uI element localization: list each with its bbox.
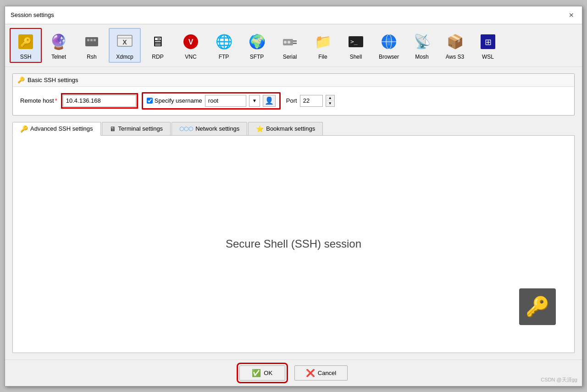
title-bar: Session settings ✕: [5, 6, 582, 24]
port-input[interactable]: [300, 95, 323, 107]
svg-rect-12: [293, 40, 297, 42]
remote-host-input[interactable]: [63, 95, 136, 107]
ftp-label: FTP: [219, 54, 229, 60]
port-label: Port: [286, 97, 297, 104]
network-tab-icon: ⬡⬡⬡: [179, 126, 193, 132]
username-dropdown-btn[interactable]: ▼: [249, 95, 260, 107]
port-group: Port ▲ ▼: [286, 95, 335, 107]
terminal-tab-label: Terminal settings: [118, 125, 163, 132]
port-increment-btn[interactable]: ▲: [326, 95, 334, 101]
ok-button[interactable]: ✅ OK: [239, 365, 285, 381]
protocol-ssh[interactable]: 🔑 SSH: [10, 28, 42, 63]
serial-icon: [279, 31, 301, 53]
browser-icon: [378, 31, 400, 53]
basic-ssh-title: Basic SSH settings: [28, 77, 78, 83]
vnc-label: VNC: [185, 54, 196, 60]
specify-username-checkbox[interactable]: [147, 98, 153, 104]
protocol-rdp[interactable]: 🖥 RDP: [142, 28, 174, 63]
session-settings-dialog: Session settings ✕ 🔑 SSH 🔮 Telnet: [5, 6, 582, 386]
svg-text:🔑: 🔑: [20, 37, 32, 48]
watermark: CSDN @天涯gg: [541, 376, 577, 383]
svg-rect-5: [94, 39, 96, 41]
terminal-tab-icon: 🖥: [110, 125, 116, 133]
specify-username-group: Specify username ▼ 👤: [142, 92, 281, 110]
shell-label: Shell: [350, 54, 362, 60]
protocol-mosh[interactable]: 📡 Mosh: [406, 28, 438, 63]
cancel-button[interactable]: ❌ Cancel: [294, 365, 348, 381]
ssh-label: SSH: [20, 54, 32, 60]
port-decrement-btn[interactable]: ▼: [326, 101, 334, 106]
mosh-label: Mosh: [415, 54, 428, 60]
dialog-title: Session settings: [11, 11, 54, 18]
protocol-ftp[interactable]: 🌐 FTP: [208, 28, 240, 63]
tab-terminal[interactable]: 🖥 Terminal settings: [102, 122, 171, 135]
tab-advanced-ssh[interactable]: 🔑 Advanced SSH settings: [12, 122, 101, 136]
basic-ssh-icon: 🔑: [17, 77, 25, 83]
svg-rect-3: [87, 39, 89, 41]
protocol-awss3[interactable]: 📦 Aws S3: [439, 28, 471, 63]
svg-text:X: X: [122, 39, 127, 46]
svg-text:V: V: [188, 38, 194, 46]
close-button[interactable]: ✕: [566, 10, 576, 20]
rdp-label: RDP: [152, 54, 163, 60]
bookmark-tab-label: Bookmark settings: [266, 125, 315, 132]
svg-text:⊞: ⊞: [485, 38, 492, 47]
protocol-telnet[interactable]: 🔮 Telnet: [43, 28, 75, 63]
wsl-label: WSL: [482, 54, 494, 60]
network-tab-label: Network settings: [195, 125, 239, 132]
rsh-icon: [81, 31, 103, 53]
ok-label: OK: [264, 370, 272, 376]
cancel-label: Cancel: [318, 370, 336, 376]
protocol-shell[interactable]: >_ Shell: [340, 28, 372, 63]
file-icon: 📁: [312, 31, 334, 53]
svg-point-15: [288, 41, 290, 44]
bookmark-tab-icon: ⭐: [256, 125, 264, 133]
remote-host-label: Remote host*: [20, 97, 57, 104]
xdmcp-icon: X: [114, 31, 136, 53]
basic-ssh-form-row: Remote host* Specify username ▼ 👤 Port: [20, 92, 567, 110]
telnet-icon: 🔮: [48, 31, 70, 53]
svg-rect-2: [85, 37, 98, 46]
basic-ssh-body: Remote host* Specify username ▼ 👤 Port: [13, 87, 574, 115]
protocol-browser[interactable]: Browser: [373, 28, 405, 63]
protocol-wsl[interactable]: ⊞ WSL: [472, 28, 504, 63]
basic-ssh-header: 🔑 Basic SSH settings: [13, 74, 574, 87]
wsl-icon: ⊞: [477, 31, 499, 53]
bottom-action-bar: ✅ OK ❌ Cancel: [5, 359, 582, 386]
awss3-icon: 📦: [444, 31, 466, 53]
user-icon-button[interactable]: 👤: [263, 95, 276, 107]
svg-rect-4: [90, 39, 93, 41]
specify-username-checkbox-label[interactable]: Specify username: [147, 97, 202, 104]
basic-ssh-section: 🔑 Basic SSH settings Remote host* Specif…: [12, 73, 575, 116]
key-emoji: 🔑: [526, 295, 549, 318]
file-label: File: [318, 54, 327, 60]
mosh-icon: 📡: [411, 31, 433, 53]
advanced-ssh-tab-icon: 🔑: [20, 125, 28, 133]
protocol-xdmcp[interactable]: X Xdmcp: [109, 28, 141, 63]
rsh-label: Rsh: [87, 54, 96, 60]
advanced-ssh-tab-label: Advanced SSH settings: [30, 125, 93, 132]
protocol-rsh[interactable]: Rsh: [76, 28, 108, 63]
tab-network[interactable]: ⬡⬡⬡ Network settings: [172, 122, 247, 135]
tab-content-area: Secure Shell (SSH) session 🔑: [12, 136, 575, 353]
ssh-icon: 🔑: [15, 31, 37, 53]
cancel-icon: ❌: [306, 369, 315, 377]
protocol-serial[interactable]: Serial: [274, 28, 306, 63]
specify-username-label: Specify username: [155, 97, 202, 104]
protocol-sftp[interactable]: 🌍 SFTP: [241, 28, 273, 63]
main-content: 🔑 Basic SSH settings Remote host* Specif…: [5, 67, 582, 359]
ftp-icon: 🌐: [213, 31, 235, 53]
sftp-label: SFTP: [250, 54, 264, 60]
vnc-icon: V: [180, 31, 202, 53]
protocol-file[interactable]: 📁 File: [307, 28, 339, 63]
advanced-tabs-section: 🔑 Advanced SSH settings 🖥 Terminal setti…: [12, 122, 575, 353]
username-input[interactable]: [205, 95, 246, 107]
tab-bookmark[interactable]: ⭐ Bookmark settings: [248, 122, 323, 135]
port-spinner: ▲ ▼: [326, 95, 335, 107]
protocol-vnc[interactable]: V VNC: [175, 28, 207, 63]
xdmcp-label: Xdmcp: [116, 54, 133, 60]
sftp-icon: 🌍: [246, 31, 268, 53]
tabs-bar: 🔑 Advanced SSH settings 🖥 Terminal setti…: [12, 122, 575, 136]
rdp-icon: 🖥: [147, 31, 169, 53]
ssh-session-text: Secure Shell (SSH) session: [226, 237, 361, 250]
